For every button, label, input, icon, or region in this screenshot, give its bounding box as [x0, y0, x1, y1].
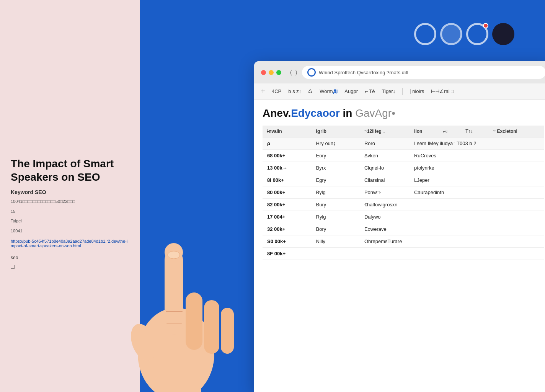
sidebar: The Impact of Smart Speakers on SEO Keyw…: [0, 0, 140, 392]
svg-rect-5: [204, 300, 219, 354]
title-part4: GavAgr•: [355, 107, 395, 119]
row9-col3: [360, 248, 544, 260]
row5-col3: €halfowigrosxn: [360, 199, 544, 211]
toolbar-item-augpr[interactable]: Augpr: [344, 88, 358, 94]
row8-vol: S0 00k+: [263, 235, 312, 248]
circle-icon-4: [492, 23, 514, 45]
meta-line1: 10041□□□□□□□□□□□□□50□22□□□: [11, 198, 129, 205]
row4-col4: Caurapedinth: [410, 186, 544, 199]
row3-vol: 8l 00k+: [263, 174, 312, 186]
top-circles: [414, 23, 514, 45]
row6-vol: 17 004+: [263, 211, 312, 223]
toolbar-icon-main: ⌗: [261, 87, 265, 95]
meta-line2: 15: [11, 208, 129, 215]
svg-rect-4: [186, 292, 202, 350]
col-header-1[interactable]: Ɨnvalin: [263, 126, 312, 137]
row2-col3: Clqnei-lo: [360, 162, 410, 174]
toolbar-divider: [402, 88, 403, 95]
row7-col3: Eowerave: [360, 223, 544, 235]
table-row: 8F 00k+: [263, 248, 544, 260]
browser-nav: ⟨ ⟩: [290, 69, 297, 76]
col-header-5[interactable]: ⌐᷾: [438, 126, 461, 137]
row6-col2: Rylg: [312, 211, 360, 223]
table-row: 8l 00k+ Egry Cllarsinal LJeper: [263, 174, 544, 186]
title-part3: in: [343, 107, 352, 119]
table-row: S0 00k+ Nilly OhrepemsTurare: [263, 235, 544, 248]
table-row: 32 00k+ Bory Eowerave: [263, 223, 544, 235]
traffic-lights: [261, 70, 281, 75]
table-row: 68 00k+ Eory Δvken RuCroves: [263, 150, 544, 162]
address-bar[interactable]: Wnind Sprottech Qvsarrtoxing ?rnats αitl: [302, 66, 545, 79]
toolbar-item-1[interactable]: b s z↑: [288, 88, 301, 94]
title-part1: Anev.: [263, 107, 291, 119]
row1-col2: Eory: [312, 150, 360, 162]
row2-col2: Byrx: [312, 162, 360, 174]
row5-vol: 82 00k+: [263, 199, 312, 211]
row8-col2: Nilly: [312, 235, 360, 248]
row3-col2: Egry: [312, 174, 360, 186]
data-table: Ɨnvalin lg↑lb ~12lifeg ↓ lion ⌐᷾ T↑↓ ~ E…: [263, 126, 544, 260]
toolbar-item-0[interactable]: 4CP: [272, 88, 281, 94]
main-area: ⟨ ⟩ Wnind Sprottech Qvsarrtoxing ?rnats …: [140, 0, 545, 392]
meta-line4: 10041: [11, 228, 129, 235]
toolbar-item-worn-ji[interactable]: Wormд̈l: [320, 88, 338, 94]
table-row: 13 00k→ Byrx Clqnei-lo ptolynrke: [263, 162, 544, 174]
toolbar-item-ta[interactable]: ⌐ Tē: [365, 88, 375, 95]
row2-vol: 13 00k→: [263, 162, 312, 174]
col-header-7[interactable]: ~ Excietoni: [488, 126, 544, 137]
row4-col2: Bylg: [312, 186, 360, 199]
row3-col4: LJeper: [410, 174, 544, 186]
row5-col2: Bury: [312, 199, 360, 211]
meta-line3: Taipei: [11, 218, 129, 225]
circle-icon-3: [466, 23, 488, 45]
row9-vol: 8F 00k+: [263, 248, 312, 260]
article-title: The Impact of Smart Speakers on SEO: [11, 157, 129, 184]
table-header-row: Ɨnvalin lg↑lb ~12lifeg ↓ lion ⌐᷾ T↑↓ ~ E…: [263, 126, 544, 137]
table-row: 82 00k+ Bury €halfowigrosxn: [263, 199, 544, 211]
browser-toolbar: ⌗ 4CP b s z↑ ♺ Wormд̈l Augpr ⌐ Tē Tiger↓…: [254, 83, 545, 100]
tag-label: seo: [11, 255, 129, 260]
browser-window: ⟨ ⟩ Wnind Sprottech Qvsarrtoxing ?rnats …: [254, 61, 545, 392]
circle-icon-2: [440, 23, 462, 45]
toolbar-item-tiger[interactable]: Tiger↓: [382, 88, 396, 94]
row7-col2: Bory: [312, 223, 360, 235]
col-header-6[interactable]: T↑↓: [461, 126, 488, 137]
toolbar-item-2[interactable]: ♺: [308, 88, 313, 94]
article-url[interactable]: https://pub-5c454f571b8e40a3a2aad27ade84…: [11, 239, 129, 248]
nav-forward-icon[interactable]: ⟩: [295, 69, 297, 76]
toolbar-item-ural[interactable]: ⊢⊣∠ral □: [431, 88, 454, 94]
circle-icon-1: [414, 23, 436, 45]
address-text: Wnind Sprottech Qvsarrtoxing ?rnats αitl: [319, 70, 408, 75]
toolbar-item-nloirs[interactable]: ∣nloirs: [410, 88, 424, 94]
row4-vol: 80 00k+: [263, 186, 312, 199]
svg-rect-2: [165, 250, 183, 335]
nav-back-icon[interactable]: ⟨: [290, 69, 292, 76]
subheader-2: Hry oun↨: [312, 137, 360, 150]
row3-col3: Cllarsinal: [360, 174, 410, 186]
row6-col3: Dalywo: [360, 211, 544, 223]
table-row: 80 00k+ Bylg Ponw□- Caurapedinth: [263, 186, 544, 199]
tag-icon: □: [11, 263, 129, 270]
row4-col3: Ponw□-: [360, 186, 410, 199]
row7-vol: 32 00k+: [263, 223, 312, 235]
row1-col4: RuCroves: [410, 150, 544, 162]
browser-chrome: ⟨ ⟩ Wnind Sprottech Qvsarrtoxing ?rnats …: [254, 61, 545, 83]
row1-vol: 68 00k+: [263, 150, 312, 162]
col-header-3[interactable]: ~12lifeg ↓: [360, 126, 410, 137]
row9-col2: [312, 248, 360, 260]
row2-col4: ptolynrke: [410, 162, 544, 174]
traffic-light-yellow[interactable]: [269, 70, 274, 75]
traffic-light-green[interactable]: [276, 70, 281, 75]
col-header-4[interactable]: lion: [410, 126, 438, 137]
row8-col3: OhrepemsTurare: [360, 235, 544, 248]
col-header-2[interactable]: lg↑lb: [312, 126, 360, 137]
traffic-light-red[interactable]: [261, 70, 266, 75]
table-subheader-row: ρ Hry oun↨ Roro I sem IMey iludya↑ T003 …: [263, 137, 544, 150]
svg-rect-10: [155, 377, 201, 392]
content-title: Anev.Edycaoor in GavAgr•: [263, 107, 544, 119]
svg-point-3: [165, 243, 183, 261]
browser-content: Anev.Edycaoor in GavAgr• Ɨnvalin lg↑lb ~…: [254, 100, 545, 268]
red-dot: [483, 23, 488, 28]
subheader-1: ρ: [263, 137, 312, 150]
svg-rect-6: [221, 308, 234, 354]
